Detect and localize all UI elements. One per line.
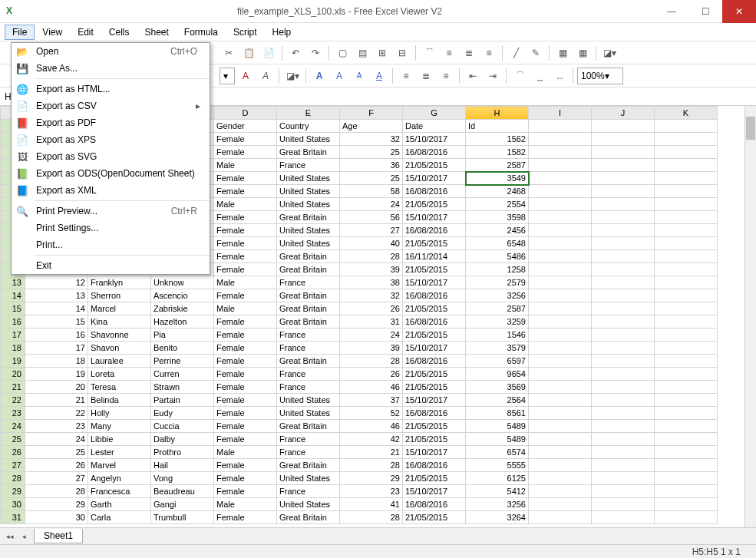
cell[interactable]: 2579 — [466, 276, 529, 289]
cell[interactable]: Sherron — [88, 289, 151, 302]
cell[interactable]: 3579 — [466, 342, 529, 355]
cell[interactable]: Female — [214, 315, 277, 329]
cell[interactable]: Teresa — [88, 381, 151, 394]
cell[interactable]: 16 — [25, 329, 88, 342]
cell[interactable]: 5489 — [466, 420, 529, 433]
cell[interactable]: United States — [277, 172, 340, 185]
tab-nav-prev[interactable]: ◂ — [17, 530, 31, 543]
cell[interactable]: 40 — [340, 237, 403, 250]
cell[interactable]: 29 — [340, 472, 403, 485]
cell[interactable]: Libbie — [88, 433, 151, 446]
border-icon[interactable]: ▢ — [333, 44, 352, 62]
cell[interactable]: 15/10/2017 — [403, 211, 466, 224]
cell[interactable]: Trumbull — [151, 511, 214, 524]
cell[interactable]: Great Britain — [277, 263, 340, 276]
cell[interactable]: Great Britain — [277, 315, 340, 329]
cell[interactable]: Angelyn — [88, 472, 151, 485]
border-style-icon[interactable]: ▤ — [353, 44, 371, 62]
shape-icon[interactable]: ◪▾ — [600, 44, 619, 62]
menu-help[interactable]: Help — [265, 25, 299, 40]
cell[interactable]: Female — [214, 237, 277, 250]
close-button[interactable]: ✕ — [722, 0, 756, 23]
cell[interactable]: Eudy — [151, 407, 214, 420]
menu-item-export-as-csv[interactable]: 📄Export as CSV▸ — [12, 97, 210, 114]
cell[interactable]: 27 — [340, 224, 403, 237]
align-l-icon[interactable]: ≡ — [397, 67, 415, 85]
align-left-icon[interactable]: ≡ — [440, 44, 458, 62]
cell[interactable]: 2587 — [466, 302, 529, 315]
cell[interactable]: Strawn — [151, 381, 214, 394]
cell[interactable]: France — [277, 433, 340, 446]
cell[interactable]: 28 — [340, 250, 403, 263]
cell[interactable]: 36 — [340, 159, 403, 172]
menu-item-export-as-svg[interactable]: 🖼Export as SVG — [12, 148, 210, 165]
cell[interactable]: Male — [214, 159, 277, 172]
cell[interactable]: Female — [214, 407, 277, 420]
cell[interactable]: 16/08/2016 — [403, 289, 466, 302]
col-header-H[interactable]: H — [466, 107, 529, 120]
cell[interactable]: France — [277, 329, 340, 342]
cell[interactable]: 28 — [340, 355, 403, 368]
bigger-icon[interactable]: A — [330, 67, 348, 85]
cell[interactable]: 21 — [340, 446, 403, 459]
col-header-J[interactable]: J — [592, 107, 655, 120]
cell[interactable]: Great Britain — [277, 355, 340, 368]
cell[interactable]: 21/05/2015 — [403, 420, 466, 433]
fill-icon[interactable]: ◪▾ — [283, 67, 302, 85]
cell[interactable]: United States — [277, 133, 340, 146]
cell[interactable]: 22 — [25, 407, 88, 420]
menu-view[interactable]: View — [35, 25, 70, 40]
cell[interactable]: Great Britain — [277, 420, 340, 433]
menu-edit[interactable]: Edit — [70, 25, 101, 40]
undo-icon[interactable]: ↶ — [286, 44, 305, 62]
minimize-button[interactable]: — — [655, 0, 688, 23]
valign-t-icon[interactable]: ⎴ — [510, 67, 529, 85]
cell[interactable]: 13 — [25, 289, 88, 302]
copy-icon[interactable]: 📋 — [239, 44, 258, 62]
font-color-icon[interactable]: A — [236, 67, 255, 85]
cell[interactable]: Female — [214, 185, 277, 198]
cell[interactable]: Benito — [151, 342, 214, 355]
cell[interactable]: 6574 — [466, 446, 529, 459]
menu-item-export-as-html-[interactable]: 🌐Export as HTML... — [12, 81, 210, 97]
row-header[interactable]: 15 — [1, 302, 25, 315]
cell[interactable]: United States — [277, 472, 340, 485]
cell[interactable]: Female — [214, 172, 277, 185]
cell[interactable]: Kina — [88, 315, 151, 329]
line-icon[interactable]: ╱ — [507, 44, 525, 62]
cell[interactable]: 5412 — [466, 485, 529, 498]
cell[interactable]: United States — [277, 237, 340, 250]
maximize-button[interactable]: ☐ — [688, 0, 722, 23]
cell[interactable]: 3256 — [466, 498, 529, 511]
cell[interactable]: Great Britain — [277, 459, 340, 472]
cell[interactable]: 5555 — [466, 459, 529, 472]
align-c-icon[interactable]: ≣ — [417, 67, 435, 85]
cell[interactable]: Female — [214, 472, 277, 485]
cell[interactable]: Pia — [151, 329, 214, 342]
cell[interactable]: France — [277, 276, 340, 289]
cell[interactable]: 17 — [25, 342, 88, 355]
cell[interactable]: Zabriskie — [151, 302, 214, 315]
cell[interactable]: Female — [214, 485, 277, 498]
grid1-icon[interactable]: ▦ — [553, 44, 572, 62]
bold-icon[interactable]: A — [310, 67, 328, 85]
cell[interactable]: Curren — [151, 368, 214, 381]
cell[interactable]: 15 — [25, 315, 88, 329]
indent-out-icon[interactable]: ⇤ — [464, 67, 482, 85]
col-header-F[interactable]: F — [340, 107, 403, 120]
col-header-K[interactable]: K — [655, 107, 718, 120]
cell[interactable]: Ascencio — [151, 289, 214, 302]
cell[interactable]: 52 — [340, 407, 403, 420]
row-header[interactable]: 28 — [1, 472, 25, 485]
menu-item-print-[interactable]: Print... — [12, 236, 210, 253]
valign-b-icon[interactable]: ⎵ — [550, 67, 569, 85]
cell[interactable]: Male — [214, 446, 277, 459]
cell[interactable]: Beaudreau — [151, 485, 214, 498]
cell[interactable]: Holly — [88, 407, 151, 420]
cell[interactable]: Vong — [151, 472, 214, 485]
cell[interactable]: 41 — [340, 498, 403, 511]
row-header[interactable]: 31 — [1, 511, 25, 524]
cell[interactable]: 29 — [25, 498, 88, 511]
cell[interactable]: United States — [277, 198, 340, 211]
cell[interactable]: 15/10/2017 — [403, 342, 466, 355]
